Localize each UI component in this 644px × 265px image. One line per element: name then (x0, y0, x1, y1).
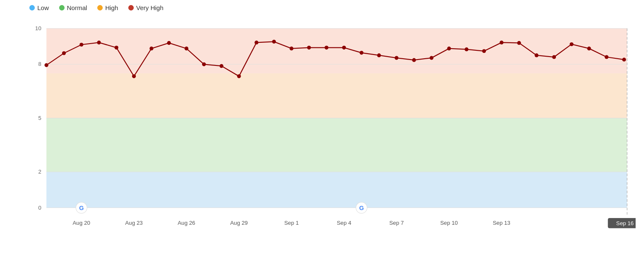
xlabel-sep13: Sep 13 (493, 220, 510, 226)
google-event-1: G (76, 202, 87, 213)
band-high (47, 73, 627, 118)
dot-20 (395, 56, 398, 60)
ylabel-5: 5 (38, 115, 41, 121)
band-very-high (47, 29, 627, 73)
xlabel-aug20: Aug 20 (73, 220, 90, 226)
legend-item-low: Low (29, 4, 49, 11)
dot-11 (237, 74, 241, 78)
xlabel-aug23: Aug 23 (125, 220, 143, 226)
ylabel-10: 10 (35, 25, 42, 31)
dot-9 (202, 62, 206, 66)
legend-item-normal: Normal (59, 4, 87, 11)
xlabel-sep7: Sep 7 (389, 220, 404, 226)
dot-4 (114, 46, 118, 49)
ylabel-0: 0 (38, 205, 41, 211)
xlabel-aug29: Aug 29 (230, 220, 248, 226)
legend-dot-very-high (128, 5, 134, 10)
dot-24 (465, 47, 468, 51)
dot-5 (132, 74, 136, 78)
legend-dot-normal (59, 5, 65, 10)
svg-text:G: G (359, 205, 364, 211)
dot-19 (377, 53, 381, 57)
dot-25 (482, 49, 486, 53)
dot-16 (325, 46, 328, 49)
band-normal (47, 118, 627, 172)
dot-23 (447, 47, 451, 50)
ylabel-8: 8 (38, 61, 41, 67)
dot-13 (272, 40, 276, 44)
legend-item-very-high: Very High (128, 4, 164, 11)
dot-12 (254, 41, 258, 44)
google-event-2: G (356, 202, 367, 213)
xlabel-sep4: Sep 4 (337, 220, 351, 226)
dot-1 (62, 51, 66, 55)
legend-dot-low (29, 5, 35, 10)
dot-33 (622, 58, 626, 62)
dot-2 (80, 43, 83, 47)
dot-14 (290, 47, 293, 50)
dot-26 (500, 41, 504, 44)
dot-18 (360, 51, 364, 55)
dot-30 (570, 42, 574, 46)
dot-0 (44, 63, 48, 67)
legend: Low Normal High Very High (29, 4, 636, 11)
xlabel-sep10: Sep 10 (440, 220, 458, 226)
ylabel-2: 2 (38, 169, 41, 175)
legend-label-normal: Normal (67, 4, 87, 11)
dot-28 (535, 53, 538, 57)
dot-3 (97, 41, 101, 44)
dot-21 (412, 58, 416, 62)
dot-8 (184, 47, 188, 50)
legend-dot-high (97, 5, 103, 10)
chart-container: Low Normal High Very High (0, 0, 644, 265)
dot-27 (517, 41, 521, 45)
dot-31 (587, 47, 591, 50)
legend-item-high: High (97, 4, 118, 11)
band-low (47, 172, 627, 208)
dot-10 (220, 64, 223, 68)
chart-svg: 10 8 5 2 0 (29, 16, 636, 238)
dot-15 (307, 46, 311, 49)
xlabel-sep16: Sep 16 (616, 220, 634, 226)
xlabel-sep1: Sep 1 (284, 220, 299, 226)
dot-7 (167, 41, 171, 45)
dot-6 (150, 47, 153, 50)
dot-29 (552, 55, 556, 59)
svg-text:G: G (79, 205, 84, 211)
dot-17 (342, 46, 346, 49)
xlabel-aug26: Aug 26 (178, 220, 195, 226)
legend-label-low: Low (37, 4, 49, 11)
dot-32 (605, 55, 608, 59)
dot-22 (430, 56, 434, 60)
legend-label-very-high: Very High (136, 4, 164, 11)
legend-label-high: High (105, 4, 118, 11)
